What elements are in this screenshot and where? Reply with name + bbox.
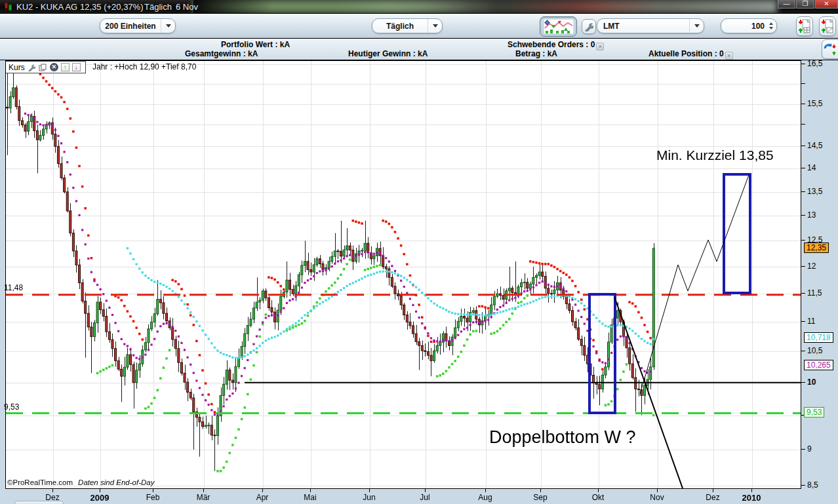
- price-axis[interactable]: 16,515,514,51413,51312,51211,51110,51098…: [801, 60, 838, 489]
- clear-position-icon[interactable]: ×: [725, 52, 733, 60]
- y-axis-tick: [801, 145, 805, 146]
- x-axis-label: Dez: [706, 493, 719, 502]
- buy-sell-page-icon: [821, 18, 834, 34]
- order-type-select[interactable]: LMT: [597, 18, 704, 33]
- price-marker: 10,265: [804, 360, 833, 370]
- y-axis-label: 10,5: [807, 346, 822, 355]
- support-level-label: 9,53: [4, 402, 19, 412]
- x-axis-label: Jul: [420, 493, 429, 502]
- y-axis-tick: [801, 191, 805, 192]
- x-axis-tick: [598, 489, 599, 492]
- x-axis-tick: [485, 489, 486, 492]
- y-axis-label: 9: [807, 444, 812, 454]
- y-axis-tick: [801, 293, 805, 294]
- time-axis[interactable]: Dez2009FebMärAprMaiJunJulAugSepOktNovDez…: [0, 489, 838, 504]
- total-profit-label: Gesamtgewinn : kA: [185, 49, 258, 58]
- order-settings-button[interactable]: [582, 19, 596, 34]
- wallpaper-fade: [193, 0, 272, 13]
- price-chart-panel: Kurs ✕ ↑ ↓ Jahr : +Hoch 12,90 +Tief 8,70…: [5, 60, 801, 489]
- chevron-down-icon: [161, 19, 175, 33]
- maximize-button[interactable]: ❐: [796, 0, 814, 9]
- annotation-double-bottom[interactable]: Doppelbottom W ?: [489, 427, 636, 448]
- y-axis-label: 13: [807, 210, 816, 220]
- close-panel-icon[interactable]: ✕: [50, 63, 58, 71]
- x-axis-label: 2010: [742, 493, 761, 503]
- dock-handle[interactable]: [14, 501, 64, 504]
- x-axis-tick: [153, 489, 153, 492]
- y-axis-tick: [801, 83, 805, 84]
- y-axis-label: 12: [807, 262, 816, 271]
- y-axis-label: 14: [807, 163, 816, 172]
- y-axis-label: 14,5: [807, 141, 822, 150]
- y-axis-tick: [801, 64, 805, 64]
- x-axis-tick: [262, 489, 263, 492]
- x-axis-label: Sep: [533, 493, 547, 502]
- quantity-value: 100: [721, 22, 767, 31]
- annotation-price-target[interactable]: Min. Kurzziel 13,85: [656, 147, 774, 163]
- y-axis-label: 11,5: [807, 288, 822, 298]
- account-info-row: Portfolio Wert : kA Schwebende Orders : …: [0, 39, 838, 60]
- x-axis-tick: [203, 489, 204, 492]
- units-select[interactable]: 200 Einheiten: [100, 18, 176, 33]
- chevron-down-icon: [428, 19, 442, 33]
- window-title-price: 12,35 (+20,37%): [80, 2, 143, 12]
- price-marker: 9,53: [804, 407, 824, 417]
- wrench-icon[interactable]: [28, 63, 36, 71]
- y-axis-tick: [801, 321, 805, 322]
- buy-sell-ticket-icon: [798, 18, 811, 34]
- quantity-stepper[interactable]: [767, 22, 776, 29]
- x-axis-label: Feb: [146, 493, 160, 502]
- y-axis-label: 15,5: [807, 99, 822, 108]
- kurs-tab-label: Kurs: [9, 63, 25, 72]
- order-page-button[interactable]: [819, 16, 836, 36]
- x-axis-tick: [713, 489, 713, 492]
- y-axis-label: 8,5: [807, 480, 818, 490]
- x-axis-tick: [369, 489, 370, 492]
- y-axis-tick: [801, 215, 805, 216]
- x-axis-label: Mai: [304, 493, 316, 502]
- y-axis-tick: [801, 240, 805, 241]
- window-title-date: 6 Nov: [176, 2, 198, 12]
- y-axis-tick: [801, 124, 805, 125]
- copyright-note: ©ProRealTime.comDaten sind End-of-Day: [7, 478, 154, 486]
- candlestick-app-icon: [3, 2, 13, 11]
- order-ticket-button[interactable]: [796, 16, 813, 36]
- period-select[interactable]: Täglich: [372, 18, 443, 33]
- resistance-level-label: 11,48: [4, 283, 23, 292]
- move-panel-up-icon[interactable]: ↑: [61, 63, 70, 71]
- y-axis-label: 16,5: [807, 59, 822, 68]
- x-axis-tick: [310, 489, 311, 492]
- x-axis-label: Jun: [363, 493, 375, 502]
- current-position-label: Aktuelle Position : 0×: [648, 49, 733, 60]
- y-axis-label: 13,5: [807, 187, 822, 196]
- x-axis-label: Mär: [197, 493, 210, 502]
- x-axis-tick: [751, 489, 752, 492]
- period-select-value: Täglich: [372, 22, 428, 31]
- price-marker: 10,718: [804, 332, 833, 343]
- y-axis-tick: [801, 449, 805, 450]
- window-titlebar[interactable]: KU2 - KUKA AG 12,35 (+20,37%) Täglich 6 …: [0, 0, 838, 13]
- kurs-tab[interactable]: Kurs ✕ ↑ ↓: [6, 61, 86, 73]
- y-axis-tick: [801, 351, 805, 351]
- price-chart-canvas[interactable]: [6, 61, 801, 488]
- main-toolbar: 200 Einheiten Täglich LMT 100: [0, 13, 838, 38]
- x-axis-tick: [100, 489, 100, 492]
- chevron-down-icon: [689, 19, 704, 33]
- portfolio-value-label: Portfolio Wert : kA: [221, 40, 290, 49]
- close-button[interactable]: ✕: [815, 0, 838, 9]
- year-range-info: Jahr : +Hoch 12,90 +Tief 8,70: [92, 62, 196, 71]
- y-axis-label: 10: [807, 378, 816, 387]
- minimize-button[interactable]: —: [778, 0, 795, 9]
- refresh-position-button[interactable]: [822, 39, 838, 59]
- amount-label: Betrag : kA: [515, 49, 557, 58]
- left-margin-strip: [0, 60, 5, 489]
- move-panel-down-icon[interactable]: ↓: [72, 63, 81, 71]
- x-axis-label: 2009: [90, 493, 110, 503]
- x-axis-tick: [425, 489, 426, 492]
- duplicate-icon[interactable]: [39, 63, 47, 71]
- chart-style-button[interactable]: [540, 16, 577, 37]
- x-axis-tick: [657, 489, 658, 492]
- quantity-input[interactable]: 100: [721, 18, 777, 33]
- refresh-arrows-icon: [823, 42, 837, 56]
- clear-orders-icon[interactable]: ×: [596, 43, 604, 50]
